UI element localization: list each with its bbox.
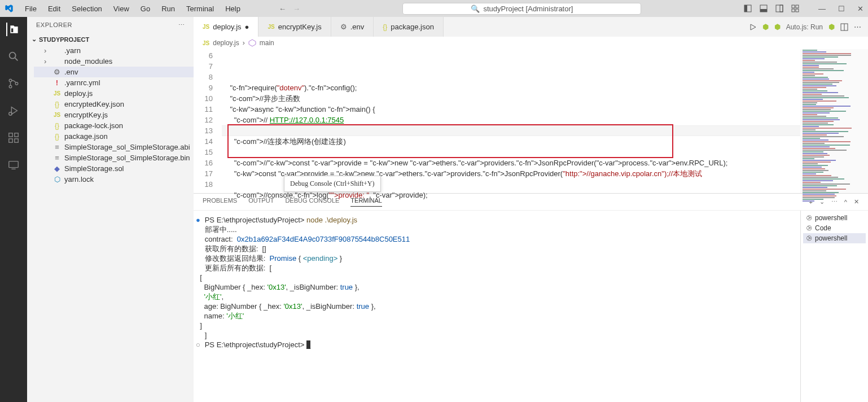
l5a: 修改数据返回结果: (205, 254, 270, 263)
tree-item-encryptedKey.json[interactable]: {}encryptedKey.json (34, 99, 194, 110)
more-icon[interactable]: ⋯ (178, 21, 185, 29)
l10d: true (357, 302, 369, 311)
svg-rect-20 (9, 161, 19, 168)
search-activity-icon[interactable] (7, 50, 20, 63)
tree-item-SimpleStorage_sol_SimpleStorage.bin[interactable]: ≡SimpleStorage_sol_SimpleStorage.bin (34, 152, 194, 163)
tree-item-node_modules[interactable]: ›node_modules (34, 56, 194, 67)
split-icon[interactable] (840, 23, 848, 31)
layout-icon[interactable] (744, 5, 752, 12)
tree-item-.yarn[interactable]: ›.yarn (34, 45, 194, 56)
svg-rect-7 (796, 5, 799, 8)
svg-rect-17 (9, 139, 12, 142)
l9b: '小红' (204, 292, 221, 301)
terminal-powershell[interactable]: ⧁powershell (803, 213, 866, 223)
close-panel-icon[interactable]: ✕ (854, 198, 859, 206)
l5d: <pending> (303, 254, 337, 263)
tab-encryptKey.js[interactable]: JSencryptKey.js (258, 17, 331, 37)
customize-icon[interactable] (791, 5, 799, 12)
layout-right-icon[interactable] (775, 5, 783, 12)
l5b: Promise (270, 254, 297, 263)
extensions-icon[interactable] (7, 131, 20, 145)
l8b: '0x13' (267, 283, 286, 291)
menu-help[interactable]: Help (221, 2, 245, 15)
minimize-icon[interactable]: — (818, 5, 826, 13)
l9a (196, 292, 204, 301)
l6a: 更新后所有的数据: (205, 264, 270, 272)
svg-point-14 (15, 82, 18, 85)
maximize-panel-icon[interactable]: ^ (844, 199, 847, 206)
editor-tabs: JSdeploy.js●JSencryptKey.js⚙.env{}packag… (194, 17, 868, 37)
terminal-Code[interactable]: ⧁Code (803, 223, 866, 233)
menu-run[interactable]: Run (157, 2, 179, 15)
tab-package.json[interactable]: {}package.json (374, 17, 444, 37)
svg-rect-4 (776, 5, 783, 12)
title-search[interactable]: 🔍 studyProject [Administrator] (402, 3, 641, 15)
explorer-title: EXPLORER (36, 21, 72, 29)
tree-item-.env[interactable]: ⚙.env (34, 67, 194, 77)
run-icon[interactable] (749, 23, 757, 31)
l10b: '0x13' (283, 302, 302, 311)
menu-selection[interactable]: Selection (67, 2, 106, 15)
tab-.env[interactable]: ⚙.env (331, 17, 374, 37)
maximize-icon[interactable]: ☐ (838, 5, 845, 13)
editor-body[interactable]: 6789101112131415161718 "c-fn">require("d… (194, 49, 868, 193)
l8c: , _isBigNumber: (286, 283, 340, 291)
l11b: '小红' (226, 312, 244, 320)
explorer-icon[interactable] (6, 23, 20, 36)
chevron-right-icon: › (243, 39, 245, 47)
tree-item-SimpleStorage.sol[interactable]: ◆SimpleStorage.sol (34, 163, 194, 174)
tree-item-package-lock.json[interactable]: {}package-lock.json (34, 120, 194, 131)
android-icon-3[interactable]: ⬢ (828, 23, 835, 31)
menu-terminal[interactable]: Terminal (182, 2, 218, 15)
svg-point-10 (10, 53, 16, 59)
l7: [ (196, 273, 202, 282)
l10e: }, (369, 302, 376, 311)
nav-back-icon[interactable]: ← (279, 5, 286, 13)
svg-rect-1 (744, 5, 747, 12)
remote-icon[interactable] (7, 158, 20, 172)
menu-bar: File Edit Selection View Go Run Terminal… (20, 2, 245, 15)
android-icon[interactable]: ⬢ (762, 23, 769, 31)
menu-file[interactable]: File (20, 2, 41, 15)
menu-edit[interactable]: Edit (43, 2, 65, 15)
code-content[interactable]: "c-fn">require("dotenv")."c-fn">config()… (222, 49, 800, 193)
svg-rect-9 (796, 9, 799, 12)
svg-rect-5 (780, 5, 783, 12)
panel-icon[interactable] (760, 5, 768, 12)
tab-deploy.js[interactable]: JSdeploy.js● (194, 17, 258, 37)
svg-rect-19 (15, 133, 18, 137)
chevron-down-icon: ⌄ (32, 36, 37, 43)
autojs-label[interactable]: Auto.js: Run (786, 23, 823, 31)
tree-item-.yarnrc.yml[interactable]: !.yarnrc.yml (34, 77, 194, 88)
l4a: 获取所有的数据: (205, 244, 262, 253)
l12: ] (196, 321, 202, 330)
tab-more-icon[interactable]: ⋯ (854, 23, 861, 31)
js-icon: JS (203, 40, 209, 46)
l10a: age: BigNumber { _hex: (196, 302, 283, 311)
scm-icon[interactable] (7, 77, 20, 90)
tree-item-deploy.js[interactable]: JSdeploy.js (34, 88, 194, 99)
l6b: [ (270, 264, 272, 272)
terminal-more-icon[interactable]: ⋯ (831, 198, 838, 206)
svg-rect-16 (9, 133, 12, 137)
terminal-list: ⧁powershell⧁Code⧁powershell (800, 211, 868, 402)
title-text: studyProject [Administrator] (483, 5, 573, 13)
l5c: { (296, 254, 303, 263)
debug-icon[interactable] (7, 104, 20, 117)
breadcrumb[interactable]: JS deploy.js › main (194, 37, 868, 49)
svg-rect-18 (15, 139, 18, 142)
tree-item-package.json[interactable]: {}package.json (34, 131, 194, 142)
menu-go[interactable]: Go (136, 2, 155, 15)
minimap[interactable] (800, 49, 868, 193)
menu-view[interactable]: View (109, 2, 134, 15)
l13: ] (205, 331, 207, 339)
project-header[interactable]: ⌄ STUDYPROJECT (27, 33, 194, 45)
tree-item-encryptKey.js[interactable]: JSencryptKey.js (34, 110, 194, 120)
tree-item-SimpleStorage_sol_SimpleStorage.abi[interactable]: ≡SimpleStorage_sol_SimpleStorage.abi (34, 142, 194, 152)
terminal-powershell[interactable]: ⧁powershell (803, 233, 866, 243)
breadcrumb-file: deploy.js (213, 39, 239, 47)
tree-item-yarn.lock[interactable]: ⬡yarn.lock (34, 174, 194, 185)
android-icon-2[interactable]: ⬢ (774, 23, 781, 31)
nav-forward-icon[interactable]: → (293, 5, 300, 13)
close-icon[interactable]: ✕ (857, 5, 863, 13)
